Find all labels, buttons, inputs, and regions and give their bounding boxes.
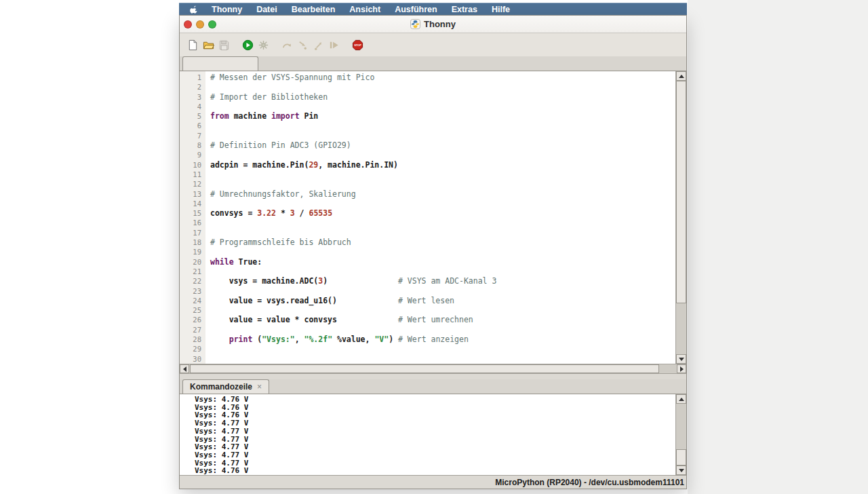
thonny-python-icon	[410, 19, 420, 29]
menu-item-bearbeiten[interactable]: Bearbeiten	[292, 5, 336, 14]
code-text: from machine import Pin	[205, 111, 318, 121]
window-title: Thonny	[424, 19, 456, 29]
menu-item-ausfhren[interactable]: Ausführen	[395, 5, 437, 14]
stop-icon: STOP	[352, 39, 363, 51]
down-arrow-icon	[679, 469, 684, 472]
menu-item-datei[interactable]: Datei	[256, 5, 277, 14]
scroll-right-button[interactable]	[677, 364, 686, 373]
code-text	[205, 267, 210, 276]
interpreter-status[interactable]: MicroPython (RP2040) - /dev/cu.usbmodem1…	[495, 478, 684, 487]
horizontal-scrollbar-thumb[interactable]	[190, 364, 659, 373]
code-text: vsys = machine.ADC(3) # VSYS am ADC-Kana…	[205, 276, 496, 286]
save-file-icon	[218, 39, 230, 51]
step-into-button[interactable]	[295, 37, 310, 52]
open-file-button[interactable]	[201, 37, 216, 52]
step-out-button[interactable]	[311, 37, 326, 52]
apple-menu-icon[interactable]	[190, 5, 198, 14]
line-number: 27	[180, 325, 205, 335]
line-number: 15	[180, 208, 205, 218]
line-number: 30	[180, 354, 205, 364]
menu-item-extras[interactable]: Extras	[452, 5, 477, 14]
scroll-down-button[interactable]	[676, 466, 686, 475]
shell-output-line: Vsys: 4.76 V	[195, 396, 675, 404]
debug-script-icon	[258, 39, 269, 51]
code-text: convsys = 3.22 * 3 / 65535	[205, 208, 332, 218]
scroll-down-button[interactable]	[676, 354, 686, 364]
code-line: 19	[180, 247, 675, 256]
shell-tab-close-icon[interactable]: ×	[257, 383, 262, 391]
code-line: 10adcpin = machine.Pin(29, machine.Pin.I…	[180, 160, 675, 170]
code-text	[205, 325, 210, 335]
zoom-window-button[interactable]	[208, 20, 216, 28]
run-script-button[interactable]	[240, 37, 255, 52]
shell-vertical-scrollbar[interactable]	[675, 394, 686, 475]
scroll-up-button[interactable]	[676, 394, 686, 404]
shell-panel[interactable]: Vsys: 4.76 VVsys: 4.76 VVsys: 4.76 VVsys…	[180, 394, 686, 475]
line-number: 28	[180, 335, 205, 344]
code-line: 13# Umrechnungsfaktor, Skalierung	[180, 189, 675, 199]
line-number: 8	[180, 140, 205, 150]
code-text	[205, 170, 210, 179]
shell-output-line: Vsys: 4.76 V	[195, 404, 675, 412]
code-text	[205, 82, 210, 92]
code-text	[205, 179, 210, 189]
editor-horizontal-scrollbar[interactable]	[180, 364, 686, 374]
code-line: 27	[180, 325, 675, 335]
status-bar: MicroPython (RP2040) - /dev/cu.usbmodem1…	[180, 475, 686, 489]
splitter-sash[interactable]	[180, 374, 686, 379]
code-text	[205, 247, 210, 256]
page-background	[688, 0, 868, 494]
shell-tab[interactable]: Kommandozeile ×	[182, 379, 269, 394]
window-titlebar[interactable]: Thonny	[180, 16, 686, 33]
line-number: 17	[180, 228, 205, 238]
code-text	[205, 199, 210, 208]
code-line: 29	[180, 344, 675, 354]
code-line: 20while True:	[180, 257, 675, 267]
code-text: # Import der Bibliotheken	[205, 92, 328, 102]
code-line: 24 value = vsys.read_u16() # Wert lesen	[180, 296, 675, 305]
code-line: 8# Definition Pin ADC3 (GPIO29)	[180, 140, 675, 150]
scroll-left-button[interactable]	[180, 364, 189, 373]
line-number: 25	[180, 305, 205, 315]
close-window-button[interactable]	[184, 20, 192, 28]
toolbar: STOP	[180, 33, 686, 56]
shell-output-line: Vsys: 4.77 V	[195, 436, 675, 444]
resume-icon	[328, 39, 340, 51]
code-text: adcpin = machine.Pin(29, machine.Pin.IN)	[205, 160, 398, 170]
shell-output-line: Vsys: 4.77 V	[195, 451, 675, 459]
save-file-button[interactable]	[216, 37, 231, 52]
traffic-lights	[184, 20, 216, 28]
line-number: 6	[180, 121, 205, 130]
editor-vertical-scrollbar[interactable]	[675, 71, 686, 364]
code-editor[interactable]: 1# Messen der VSYS-Spannung mit Pico23# …	[180, 71, 686, 364]
line-number: 22	[180, 276, 205, 286]
code-line: 12	[180, 179, 675, 189]
step-over-button[interactable]	[279, 37, 294, 52]
shell-scrollbar-thumb[interactable]	[676, 449, 686, 466]
resume-button[interactable]	[326, 37, 341, 52]
line-number: 3	[180, 92, 205, 102]
shell-output-line: Vsys: 4.77 V	[195, 428, 675, 436]
editor-tab[interactable]	[182, 56, 258, 71]
stop-button[interactable]: STOP	[350, 37, 365, 52]
minimize-window-button[interactable]	[196, 20, 204, 28]
line-number: 18	[180, 238, 205, 247]
shell-output-line: Vsys: 4.77 V	[195, 459, 675, 468]
menu-items: ThonnyDateiBearbeitenAnsichtAusführenExt…	[212, 5, 524, 14]
menu-item-ansicht[interactable]: Ansicht	[349, 5, 380, 14]
line-number: 24	[180, 296, 205, 305]
code-line: 1# Messen der VSYS-Spannung mit Pico	[180, 73, 675, 82]
scroll-up-button[interactable]	[676, 71, 686, 81]
code-line: 30	[180, 354, 675, 364]
code-text: # Umrechnungsfaktor, Skalierung	[205, 189, 356, 199]
menu-item-thonny[interactable]: Thonny	[212, 5, 242, 14]
new-file-icon	[187, 39, 199, 51]
debug-script-button[interactable]	[256, 37, 271, 52]
code-line: 9	[180, 150, 675, 159]
editor-scrollbar-thumb[interactable]	[676, 81, 686, 303]
code-line: 17	[180, 228, 675, 238]
shell-output: Vsys: 4.76 VVsys: 4.76 VVsys: 4.76 VVsys…	[180, 396, 675, 475]
code-area[interactable]: 1# Messen der VSYS-Spannung mit Pico23# …	[180, 73, 675, 364]
new-file-button[interactable]	[185, 37, 200, 52]
menu-item-hilfe[interactable]: Hilfe	[492, 5, 510, 14]
